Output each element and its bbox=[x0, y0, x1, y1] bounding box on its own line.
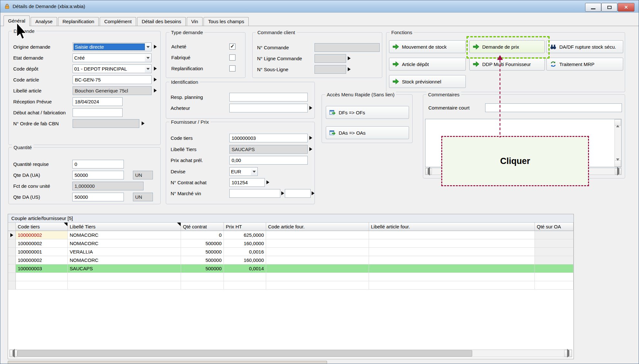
cell-empty[interactable] bbox=[16, 281, 68, 290]
cell-prix-ht[interactable]: 0,0016 bbox=[224, 248, 266, 256]
table-row[interactable]: 100000002 NOMACORC 500000 160,0000 bbox=[8, 256, 574, 264]
marche-vin-lookup-arrow-icon[interactable] bbox=[281, 191, 284, 195]
minimize-button[interactable] bbox=[585, 3, 601, 12]
cell-code-article-four[interactable] bbox=[266, 264, 369, 273]
cell-empty[interactable] bbox=[224, 281, 266, 290]
cell-libelle-article-four[interactable] bbox=[369, 264, 535, 273]
column-header-code-article-four[interactable]: Code article four. bbox=[266, 223, 369, 231]
cell-prix-ht[interactable]: 625,0000 bbox=[224, 231, 266, 239]
libelle-lookup-arrow-icon[interactable] bbox=[154, 89, 157, 92]
cell-libelle-tiers[interactable]: NOMACORC bbox=[68, 239, 181, 248]
cell-prix-ht[interactable]: 0,0014 bbox=[224, 264, 266, 273]
marche-vin-field-1[interactable] bbox=[229, 189, 280, 198]
tab-vin[interactable]: Vin bbox=[187, 17, 203, 26]
ligne-lookup-arrow-icon[interactable] bbox=[348, 56, 351, 60]
reception-prevue-field[interactable]: 18/04/2024 bbox=[73, 97, 123, 106]
cell-empty[interactable] bbox=[181, 281, 224, 290]
cell-prix-ht[interactable]: 160,0000 bbox=[224, 239, 266, 248]
table-row-empty[interactable] bbox=[8, 273, 574, 281]
cell-qte-sur-oa[interactable] bbox=[535, 264, 574, 273]
cell-empty[interactable] bbox=[68, 273, 181, 281]
cell-qte-sur-oa[interactable] bbox=[535, 239, 574, 248]
prix-achat-field[interactable]: 0,00 bbox=[229, 156, 308, 165]
cell-qte-sur-oa[interactable] bbox=[535, 248, 574, 256]
dfs-ofs-button[interactable]: DFs => OFs bbox=[326, 106, 409, 119]
cell-libelle-tiers[interactable]: NOMACORC bbox=[68, 256, 181, 264]
cell-code-tiers[interactable]: 100000002 bbox=[16, 239, 68, 248]
column-header-libelle-article-four[interactable]: Libellé article four. bbox=[369, 223, 535, 231]
qte-da-us-field[interactable]: 50000 bbox=[72, 193, 124, 201]
commentaire-court-field[interactable] bbox=[485, 103, 622, 112]
column-header-prix-ht[interactable]: Prix HT bbox=[224, 223, 266, 231]
scroll-right-button[interactable] bbox=[564, 350, 572, 357]
das-oas-button[interactable]: DAs => OAs bbox=[326, 126, 409, 139]
acheteur-lookup-arrow-icon[interactable] bbox=[309, 106, 312, 110]
origine-lookup-arrow-icon[interactable] bbox=[154, 45, 157, 49]
cell-empty[interactable] bbox=[224, 273, 266, 281]
cell-qte-contrat[interactable]: 500000 bbox=[181, 248, 224, 256]
cell-prix-ht[interactable]: 160,0000 bbox=[224, 256, 266, 264]
scroll-left-button[interactable] bbox=[425, 168, 432, 175]
scroll-right-button[interactable] bbox=[615, 168, 621, 175]
cell-qte-contrat[interactable]: 500000 bbox=[181, 239, 224, 248]
devise-combo[interactable]: EUR bbox=[229, 167, 258, 176]
contrat-lookup-arrow-icon[interactable] bbox=[266, 180, 269, 184]
cell-libelle-article-four[interactable] bbox=[369, 256, 535, 264]
cell-qte-contrat[interactable]: 500000 bbox=[181, 256, 224, 264]
table-row[interactable]: 100000002 NOMACORC 0 625,0000 bbox=[8, 231, 574, 239]
cell-libelle-tiers[interactable]: VERALLIA bbox=[68, 248, 181, 256]
column-header-qte-contrat[interactable]: Qté contrat bbox=[181, 223, 224, 231]
code-tiers-lookup-arrow-icon[interactable] bbox=[309, 136, 312, 140]
cell-code-tiers[interactable]: 100000002 bbox=[16, 231, 68, 239]
cell-code-tiers[interactable]: 100000001 bbox=[16, 248, 68, 256]
cell-code-article-four[interactable] bbox=[266, 231, 369, 239]
chevron-down-icon[interactable] bbox=[145, 65, 151, 72]
contrat-achat-field[interactable]: 101254 bbox=[229, 178, 265, 187]
cell-code-tiers[interactable]: 100000002 bbox=[16, 256, 68, 264]
cell-qte-sur-oa[interactable] bbox=[535, 231, 574, 239]
marche-vin-lookup-arrow-icon-2[interactable] bbox=[312, 191, 315, 195]
libelle-tiers-lookup-arrow-icon[interactable] bbox=[309, 147, 312, 151]
article-depot-button[interactable]: Article dépôt bbox=[389, 58, 466, 71]
table-row-empty[interactable] bbox=[8, 281, 574, 290]
cell-empty[interactable] bbox=[266, 273, 369, 281]
da-df-rupture-button[interactable]: DA/DF rupture stock sécu. bbox=[546, 40, 623, 53]
cell-qte-contrat[interactable]: 0 bbox=[181, 231, 224, 239]
maximize-button[interactable] bbox=[601, 3, 617, 12]
quantite-requise-field[interactable]: 0 bbox=[72, 160, 124, 168]
cell-code-article-four[interactable] bbox=[266, 239, 369, 248]
table-row-selected-green[interactable]: 100000003 SAUCAPS 500000 0,0014 bbox=[8, 264, 574, 273]
cell-libelle-tiers[interactable]: SAUCAPS bbox=[68, 264, 181, 273]
chevron-down-icon[interactable] bbox=[145, 43, 151, 51]
chevron-down-icon[interactable] bbox=[251, 168, 257, 175]
fabrique-checkbox[interactable] bbox=[229, 54, 235, 61]
cell-empty[interactable] bbox=[535, 273, 574, 281]
code-tiers-field[interactable]: 100000003 bbox=[229, 134, 308, 142]
code-depot-combo[interactable]: 01 - DEPOT PRINCIPAL bbox=[73, 64, 152, 73]
cell-code-article-four[interactable] bbox=[266, 256, 369, 264]
tab-analyse[interactable]: Analyse bbox=[31, 17, 57, 26]
debut-achat-field[interactable] bbox=[73, 108, 123, 117]
mouvement-de-stock-button[interactable]: Mouvement de stock bbox=[389, 40, 466, 53]
column-header-qte-sur-oa[interactable]: Qté sur OA bbox=[535, 223, 574, 231]
qte-da-ua-field[interactable]: 50000 bbox=[72, 171, 124, 179]
stock-previsionnel-button[interactable]: Stock prévisionnel bbox=[389, 75, 466, 88]
vertical-scrollbar[interactable] bbox=[614, 119, 621, 167]
cell-empty[interactable] bbox=[369, 281, 535, 290]
table-row[interactable]: 100000001 VERALLIA 500000 0,0016 bbox=[8, 248, 574, 256]
sous-ligne-lookup-arrow-icon[interactable] bbox=[348, 67, 351, 71]
chevron-down-icon[interactable] bbox=[145, 54, 151, 62]
cell-libelle-article-four[interactable] bbox=[369, 248, 535, 256]
tab-replanification[interactable]: Replanification bbox=[58, 17, 99, 26]
cell-code-tiers[interactable]: 100000003 bbox=[16, 264, 68, 273]
replanification-checkbox[interactable] bbox=[229, 65, 235, 72]
cell-libelle-article-four[interactable] bbox=[369, 231, 535, 239]
scroll-down-button[interactable] bbox=[614, 160, 621, 167]
cell-empty[interactable] bbox=[16, 273, 68, 281]
cell-qte-contrat[interactable]: 500000 bbox=[181, 264, 224, 273]
cell-empty[interactable] bbox=[266, 281, 369, 290]
cell-libelle-article-four[interactable] bbox=[369, 239, 535, 248]
tab-tous-les-champs[interactable]: Tous les champs bbox=[204, 17, 249, 26]
cell-empty[interactable] bbox=[68, 281, 181, 290]
marche-vin-field-2[interactable] bbox=[285, 189, 311, 198]
